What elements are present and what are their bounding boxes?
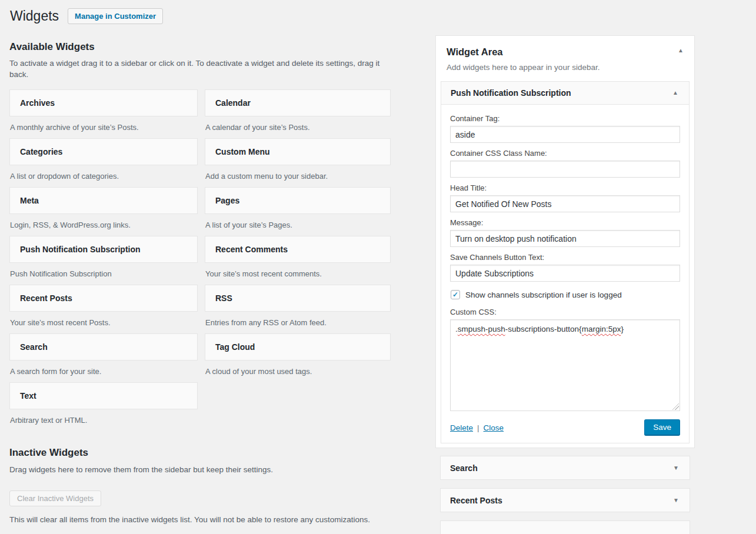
- widget-card-title: RSS: [215, 293, 232, 303]
- widget-item: Recent Posts Your site’s most recent Pos…: [9, 285, 198, 333]
- container-css-class-label: Container CSS Class Name:: [450, 149, 680, 158]
- widget-card-description: Push Notification Subscription: [10, 269, 198, 279]
- clear-inactive-widgets-button[interactable]: Clear Inactive Widgets: [9, 490, 101, 506]
- field-container-tag: Container Tag:: [450, 114, 680, 143]
- widget-card-title: Archives: [20, 98, 55, 108]
- widget-card-categories[interactable]: Categories: [9, 138, 198, 165]
- widget-area-description: Add widgets here to appear in your sideb…: [436, 62, 694, 81]
- message-input[interactable]: [450, 230, 680, 247]
- custom-css-textarea[interactable]: .smpush-push-subscriptions-button{margin…: [450, 319, 680, 411]
- widget-card-recent-posts[interactable]: Recent Posts: [9, 285, 198, 312]
- expanded-widget-title: Push Notification Subscription: [451, 88, 670, 98]
- available-widgets-heading: Available Widgets: [9, 41, 392, 53]
- collapsed-widget-partial[interactable]: [440, 520, 690, 534]
- widget-card-description: Login, RSS, & WordPress.org links.: [10, 220, 198, 231]
- manage-in-customizer-button[interactable]: Manage in Customizer: [68, 8, 163, 24]
- widget-card-calendar[interactable]: Calendar: [205, 89, 391, 116]
- inactive-widgets-heading: Inactive Widgets: [9, 447, 392, 459]
- widget-actions-row: Delete | Close Save: [450, 419, 680, 436]
- field-message: Message:: [450, 218, 680, 247]
- widget-card-title: Recent Posts: [20, 293, 72, 303]
- available-widgets-grid: Archives A monthly archive of your site’…: [9, 89, 392, 431]
- field-container-css-class: Container CSS Class Name:: [450, 149, 680, 178]
- widget-item: Tag Cloud A cloud of your most used tags…: [205, 333, 391, 382]
- misspelled-word: margin:5px: [582, 325, 621, 333]
- widget-area-header: Widget Area ▲: [436, 45, 694, 58]
- save-button[interactable]: Save: [644, 419, 680, 436]
- widget-item: Recent Comments Your site’s most recent …: [205, 236, 391, 285]
- available-widgets-description: To activate a widget drag it to a sideba…: [9, 58, 392, 80]
- widget-item: Text Arbitrary text or HTML.: [9, 382, 198, 431]
- inactive-widgets-description: Drag widgets here to remove them from th…: [9, 464, 392, 475]
- widget-card-description: A list of your site’s Pages.: [205, 220, 391, 231]
- widget-card-title: Push Notification Subscription: [20, 245, 141, 254]
- widget-area-column: Widget Area ▲ Add widgets here to appear…: [435, 35, 695, 534]
- container-css-class-input[interactable]: [450, 161, 680, 178]
- field-head-title: Head Title:: [450, 183, 680, 212]
- collapse-up-icon[interactable]: ▲: [670, 88, 681, 98]
- close-link[interactable]: Close: [484, 423, 504, 432]
- widget-card-meta[interactable]: Meta: [9, 187, 198, 214]
- widget-card-description: A cloud of your most used tags.: [205, 366, 391, 377]
- delete-link[interactable]: Delete: [450, 423, 473, 432]
- widget-item: Pages A list of your site’s Pages.: [205, 187, 391, 236]
- widget-card-title: Pages: [215, 196, 239, 205]
- widget-card-title: Meta: [20, 196, 39, 205]
- widget-item: RSS Entries from any RSS or Atom feed.: [205, 285, 391, 333]
- page-title: Widgets: [10, 7, 59, 25]
- widget-card-archives[interactable]: Archives: [9, 89, 198, 116]
- widget-card-pages[interactable]: Pages: [205, 187, 391, 214]
- widget-card-title: Tag Cloud: [215, 342, 255, 352]
- widget-card-description: Your site’s most recent comments.: [205, 269, 391, 279]
- widget-card-custom-menu[interactable]: Custom Menu: [205, 138, 391, 165]
- widget-card-title: Calendar: [215, 98, 251, 108]
- head-title-label: Head Title:: [450, 183, 680, 192]
- widget-card-title: Custom Menu: [215, 147, 270, 156]
- collapsed-widget-search[interactable]: Search ▼: [440, 456, 690, 480]
- expanded-widget-header[interactable]: Push Notification Subscription ▲: [441, 81, 690, 105]
- widget-area-panel: Widget Area ▲ Add widgets here to appear…: [435, 35, 695, 448]
- widget-item: Custom Menu Add a custom menu to your si…: [205, 138, 391, 187]
- widgets-admin-screen: Widgets Manage in Customizer Available W…: [0, 0, 756, 534]
- widget-item: Search A search form for your site.: [9, 333, 198, 382]
- page-header: Widgets Manage in Customizer: [10, 7, 163, 25]
- widget-item: Push Notification Subscription Push Noti…: [9, 236, 198, 285]
- save-channels-button-text-input[interactable]: [450, 265, 680, 282]
- widget-card-recent-comments[interactable]: Recent Comments: [205, 236, 391, 263]
- show-channels-checkbox[interactable]: ✓: [451, 290, 460, 299]
- widget-card-description: Add a custom menu to your sidebar.: [205, 171, 391, 182]
- widget-card-search[interactable]: Search: [9, 333, 198, 361]
- widget-item: Meta Login, RSS, & WordPress.org links.: [9, 187, 198, 236]
- collapse-down-icon[interactable]: ▼: [671, 495, 681, 506]
- inactive-widgets-note: This will clear all items from the inact…: [9, 515, 392, 524]
- widget-card-title: Text: [20, 391, 36, 400]
- collapsed-widget-title: Search: [450, 463, 671, 473]
- widget-area-title: Widget Area: [447, 45, 675, 58]
- custom-css-label: Custom CSS:: [450, 308, 680, 316]
- misspelled-word: smpush-push: [458, 325, 505, 333]
- widget-card-description: Your site’s most recent Posts.: [10, 318, 198, 328]
- field-save-channels-button-text: Save Channels Button Text:: [450, 253, 680, 282]
- widget-card-push-notification-subscription[interactable]: Push Notification Subscription: [9, 236, 198, 263]
- collapse-down-icon[interactable]: ▼: [671, 463, 681, 473]
- container-tag-label: Container Tag:: [450, 114, 680, 123]
- custom-css-text: .smpush-push-subscriptions-button{margin…: [455, 325, 624, 333]
- widget-item: Archives A monthly archive of your site’…: [9, 89, 198, 138]
- show-channels-checkbox-label: Show channels subscription if user is lo…: [465, 291, 622, 299]
- widget-card-rss[interactable]: RSS: [205, 285, 391, 312]
- widget-item: Calendar A calendar of your site’s Posts…: [205, 89, 391, 138]
- save-channels-button-text-label: Save Channels Button Text:: [450, 253, 680, 262]
- link-separator: |: [477, 423, 479, 432]
- widget-card-description: A list or dropdown of categories.: [10, 171, 198, 182]
- widget-card-title: Search: [20, 342, 48, 352]
- widget-card-tag-cloud[interactable]: Tag Cloud: [205, 333, 391, 361]
- widget-card-text[interactable]: Text: [9, 382, 198, 409]
- expanded-widget: Push Notification Subscription ▲ Contain…: [441, 81, 690, 443]
- widget-card-title: Categories: [20, 147, 62, 156]
- container-tag-input[interactable]: [450, 126, 680, 143]
- collapse-up-icon[interactable]: ▲: [675, 45, 686, 56]
- resize-handle-icon[interactable]: [672, 403, 679, 410]
- collapsed-widget-recent-posts[interactable]: Recent Posts ▼: [440, 488, 690, 512]
- widget-card-description: A search form for your site.: [10, 366, 198, 377]
- head-title-input[interactable]: [450, 195, 680, 212]
